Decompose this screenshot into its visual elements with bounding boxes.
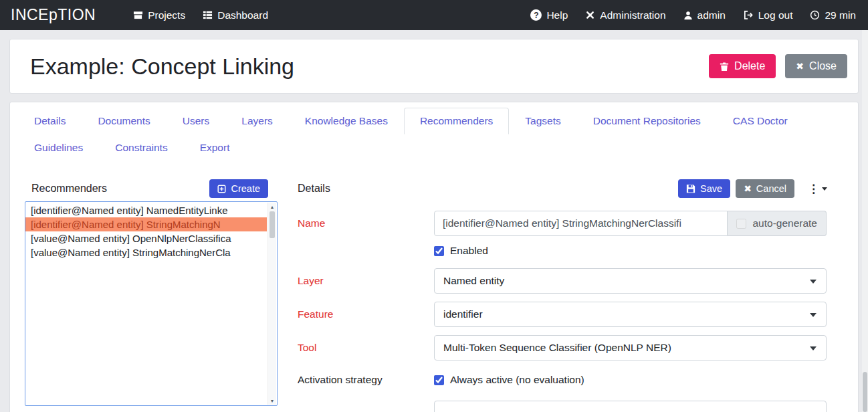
details-panel: Details Save ✖ Cancel ⋮ [290, 177, 843, 412]
project-settings-card: Details Documents Users Layers Knowledge… [9, 102, 859, 412]
always-active-checkbox[interactable] [434, 375, 444, 385]
brand-logo[interactable]: INCEpTION [11, 6, 96, 24]
tab-knowledge-bases[interactable]: Knowledge Bases [289, 108, 404, 134]
enabled-control: Enabled [434, 245, 827, 257]
cancel-button[interactable]: ✖ Cancel [736, 179, 794, 198]
caret-down-icon [810, 313, 817, 317]
tool-select[interactable]: Multi-Token Sequence Classifier (OpenNLP… [434, 335, 827, 360]
recommenders-tab-content: Recommenders Create [identifier@Named en… [10, 161, 858, 412]
name-input[interactable] [434, 211, 728, 236]
save-button[interactable]: Save [678, 179, 730, 198]
tab-recommenders[interactable]: Recommenders [404, 108, 509, 134]
feature-control: identifier [434, 302, 827, 327]
details-panel-header: Details Save ✖ Cancel ⋮ [290, 177, 843, 200]
feature-label: Feature [298, 308, 434, 320]
list-item[interactable]: [value@Named entity] StringMatchingNerCl… [25, 245, 267, 260]
next-field-control [434, 401, 827, 412]
dashboard-icon [203, 10, 213, 20]
tab-users[interactable]: Users [167, 108, 225, 134]
inception-app: INCEpTION Projects Dashboard ? Help [0, 0, 868, 412]
activation-control: Always active (no evaluation) [434, 374, 827, 386]
list-item[interactable]: [value@Named entity] OpenNlpNerClassific… [25, 231, 267, 245]
next-field-row [298, 401, 827, 412]
navbar-left-menu: Projects Dashboard [133, 9, 286, 21]
kebab-menu-button[interactable]: ⋮ [808, 183, 827, 195]
delete-button[interactable]: Delete [709, 54, 776, 78]
tool-control: Multi-Token Sequence Classifier (OpenNLP… [434, 335, 827, 360]
activation-strategy-label: Activation strategy [298, 374, 434, 386]
activation-strategy-row: Activation strategy Always active (no ev… [298, 371, 827, 389]
feature-select-value: identifier [443, 308, 483, 320]
create-button[interactable]: Create [209, 179, 268, 198]
tab-details[interactable]: Details [18, 108, 82, 134]
close-button-label: Close [809, 60, 837, 72]
tab-cas-doctor[interactable]: CAS Doctor [717, 108, 804, 134]
tab-document-repositories[interactable]: Document Repositories [577, 108, 717, 134]
delete-button-label: Delete [734, 60, 765, 72]
tab-constraints[interactable]: Constraints [99, 134, 183, 161]
close-icon: ✖ [744, 184, 752, 193]
tool-field-row: Tool Multi-Token Sequence Classifier (Op… [298, 335, 827, 360]
list-scrollbar-thumb[interactable] [269, 211, 275, 238]
list-item-selected[interactable]: [identifier@Named entity] StringMatching… [25, 217, 267, 231]
auto-generate-addon: auto-generate [728, 211, 827, 236]
tab-documents[interactable]: Documents [82, 108, 166, 134]
administration-icon [585, 10, 595, 20]
details-panel-title: Details [298, 183, 673, 195]
auto-generate-label: auto-generate [752, 217, 817, 229]
tab-layers[interactable]: Layers [225, 108, 289, 134]
auto-generate-checkbox[interactable] [736, 219, 746, 229]
recommenders-panel-title: Recommenders [31, 183, 209, 195]
nav-logout[interactable]: Log out [743, 9, 793, 21]
page-scrollbar-thumb[interactable] [863, 372, 867, 412]
kebab-icon: ⋮ [808, 183, 819, 195]
name-field-row: Name auto-generate [298, 211, 827, 236]
name-input-group: auto-generate [434, 211, 827, 236]
tab-guidelines[interactable]: Guidelines [18, 134, 99, 161]
list-item[interactable]: [identifier@Named entity] NamedEntityLin… [25, 203, 267, 217]
caret-down-icon [810, 280, 817, 284]
feature-field-row: Feature identifier [298, 302, 827, 327]
nav-logout-label: Log out [758, 9, 793, 21]
nav-administration[interactable]: Administration [585, 9, 665, 21]
feature-select[interactable]: identifier [434, 302, 827, 327]
nav-admin-user[interactable]: admin [683, 9, 726, 21]
nav-dashboard[interactable]: Dashboard [203, 9, 268, 21]
always-active-label: Always active (no evaluation) [450, 374, 584, 386]
help-icon: ? [530, 9, 542, 21]
trash-icon [720, 62, 729, 72]
enabled-field-row: Enabled [298, 243, 827, 259]
nav-projects[interactable]: Projects [133, 9, 185, 21]
list-scrollbar[interactable]: ▲ ▼ [267, 203, 276, 405]
caret-down-icon [822, 187, 827, 191]
name-label: Name [298, 217, 434, 229]
layer-control: Named entity [434, 268, 827, 294]
page-scrollbar[interactable] [862, 30, 868, 412]
layer-select[interactable]: Named entity [434, 268, 827, 294]
tab-export[interactable]: Export [184, 134, 246, 161]
logout-icon [743, 10, 754, 20]
scroll-up-arrow-icon[interactable]: ▲ [268, 203, 276, 211]
nav-dashboard-label: Dashboard [217, 9, 268, 21]
nav-administration-label: Administration [600, 9, 665, 21]
navbar-right-menu: ? Help Administration admin Log out [530, 9, 857, 21]
layer-field-row: Layer Named entity [298, 268, 827, 294]
scroll-down-arrow-icon[interactable]: ▼ [268, 397, 276, 405]
recommender-list: [identifier@Named entity] NamedEntityLin… [25, 201, 278, 406]
nav-admin-user-label: admin [697, 9, 726, 21]
nav-projects-label: Projects [148, 9, 185, 21]
nav-help[interactable]: ? Help [530, 9, 568, 21]
next-field-select[interactable] [434, 401, 827, 412]
tool-select-value: Multi-Token Sequence Classifier (OpenNLP… [443, 342, 671, 354]
save-button-label: Save [700, 183, 722, 194]
session-timer-label: 29 min [825, 9, 856, 21]
enabled-checkbox[interactable] [434, 246, 444, 256]
session-timer: 29 min [810, 9, 856, 21]
cancel-button-label: Cancel [756, 183, 786, 194]
save-icon [686, 184, 695, 193]
tab-tagsets[interactable]: Tagsets [509, 108, 576, 134]
layer-select-value: Named entity [443, 275, 504, 287]
nav-help-label: Help [546, 9, 568, 21]
name-control: auto-generate [434, 211, 827, 236]
close-button[interactable]: ✖ Close [785, 54, 847, 78]
